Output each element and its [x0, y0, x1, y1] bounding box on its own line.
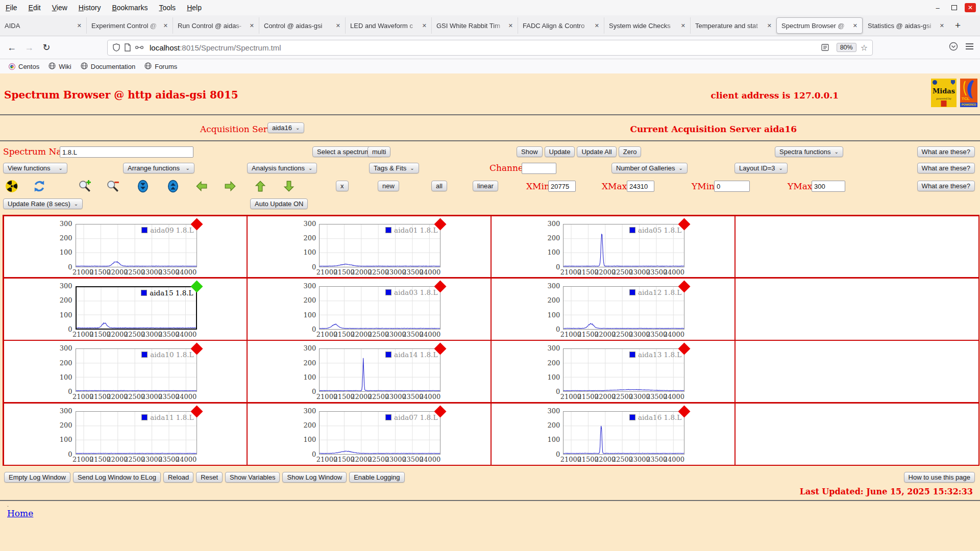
tab-7[interactable]: FADC Align & Contro✕ — [518, 17, 604, 34]
plot-frame[interactable]: aida11 1.8.L — [76, 411, 197, 455]
tab-6[interactable]: GSI White Rabbit Tim✕ — [431, 17, 518, 34]
xmin-input[interactable] — [548, 181, 576, 192]
tab-3[interactable]: Run Control @ aidas-✕ — [173, 17, 259, 34]
arrow-down-icon[interactable] — [282, 180, 296, 193]
url-text[interactable]: localhost:8015/Spectrum/Spectrum.tml — [150, 43, 281, 52]
arrow-up-icon[interactable] — [254, 180, 267, 193]
compress-vertical-icon[interactable] — [136, 180, 150, 193]
plot-frame[interactable]: aida13 1.8.L — [563, 348, 684, 392]
view-functions-dropdown[interactable]: View functions⌄ — [3, 163, 67, 173]
refresh-icon[interactable] — [33, 180, 46, 193]
pocket-icon[interactable] — [949, 42, 958, 53]
forward-button[interactable]: → — [20, 42, 38, 53]
empty-log-window-button[interactable]: Empty Log Window — [4, 472, 70, 483]
tab-close-icon[interactable]: ✕ — [161, 21, 170, 30]
bookmark-centos[interactable]: Centos — [4, 62, 44, 71]
ymax-input[interactable] — [812, 181, 845, 192]
acquisition-server-select[interactable]: aida16⌄ — [267, 122, 304, 133]
menu-help[interactable]: Help — [181, 0, 207, 15]
back-button[interactable]: ← — [3, 42, 20, 53]
plot-frame[interactable]: aida14 1.8.L — [319, 348, 440, 392]
tab-8[interactable]: System wide Checks✕ — [604, 17, 690, 34]
enable-logging-button[interactable]: Enable Logging — [349, 472, 404, 483]
arrow-left-icon[interactable] — [195, 180, 208, 193]
bookmark-documentation[interactable]: Documentation — [76, 61, 140, 72]
bookmark-wiki[interactable]: Wiki — [44, 61, 76, 72]
tab-4[interactable]: Control @ aidas-gsi✕ — [259, 17, 345, 34]
new-tab-button[interactable]: + — [949, 20, 967, 31]
tags-fits-dropdown[interactable]: Tags & Fits⌄ — [369, 163, 419, 173]
reload-button[interactable]: ↻ — [38, 42, 55, 53]
arrow-right-icon[interactable] — [224, 180, 237, 193]
ymin-input[interactable] — [714, 181, 750, 192]
zoom-in-icon[interactable] — [78, 180, 91, 193]
tab-1[interactable]: AIDA✕ — [0, 17, 86, 34]
tab-11[interactable]: Statistics @ aidas-gsi✕ — [863, 17, 949, 34]
plot-frame[interactable]: aida07 1.8.L — [319, 411, 440, 455]
minimize-button[interactable]: – — [932, 3, 943, 12]
arrange-functions-dropdown[interactable]: Arrange functions⌄ — [123, 163, 194, 173]
permissions-icon[interactable] — [135, 44, 144, 51]
show-variables-button[interactable]: Show Variables — [225, 472, 280, 483]
analysis-functions-dropdown[interactable]: Analysis functions⌄ — [247, 163, 317, 173]
menu-edit[interactable]: Edit — [23, 0, 46, 15]
menu-file[interactable]: File — [0, 0, 23, 15]
radiation-icon[interactable] — [5, 180, 18, 193]
reload-button[interactable]: Reload — [163, 472, 193, 483]
url-bar[interactable]: localhost:8015/Spectrum/Spectrum.tml 80%… — [107, 40, 873, 56]
show-button[interactable]: Show — [517, 146, 543, 157]
page-info-icon[interactable] — [124, 43, 131, 52]
tab-close-icon[interactable]: ✕ — [75, 21, 84, 30]
show-log-window-button[interactable]: Show Log Window — [282, 472, 347, 483]
menu-view[interactable]: View — [46, 0, 73, 15]
expand-vertical-icon[interactable] — [166, 180, 180, 193]
plot-frame[interactable]: aida10 1.8.L — [76, 348, 197, 392]
update-all-button[interactable]: Update All — [577, 146, 616, 157]
reader-view-icon[interactable] — [821, 44, 829, 51]
zoom-out-icon[interactable] — [106, 180, 119, 193]
linear-button[interactable]: linear — [473, 181, 498, 191]
tab-close-icon[interactable]: ✕ — [937, 21, 947, 30]
xmax-input[interactable] — [627, 181, 654, 192]
maximize-button[interactable] — [948, 3, 960, 12]
hamburger-menu-icon[interactable] — [965, 43, 974, 52]
shield-icon[interactable] — [112, 43, 120, 52]
tab-9[interactable]: Temperature and stat✕ — [690, 17, 776, 34]
how-to-use-button[interactable]: How to use this page — [904, 472, 975, 483]
zero-button[interactable]: Zero — [619, 146, 642, 157]
plot-frame[interactable]: aida16 1.8.L — [563, 411, 684, 455]
tab-10[interactable]: Spectrum Browser @✕ — [776, 17, 863, 34]
home-link[interactable]: Home — [7, 508, 33, 518]
tab-close-icon[interactable]: ✕ — [850, 21, 860, 30]
plot-frame[interactable]: aida01 1.8.L — [319, 224, 440, 267]
plot-frame[interactable]: aida15 1.8.L — [76, 286, 197, 330]
tab-close-icon[interactable]: ✕ — [678, 21, 688, 30]
spectrum-name-input[interactable] — [60, 146, 193, 158]
menu-bookmarks[interactable]: Bookmarks — [106, 0, 153, 15]
what-are-these-button-2[interactable]: What are these? — [917, 163, 975, 173]
tab-5[interactable]: LED and Waveform c✕ — [345, 17, 431, 34]
send-log-window-to-elog-button[interactable]: Send Log Window to ELog — [73, 472, 161, 483]
close-button[interactable]: ✕ — [965, 3, 976, 12]
x-button[interactable]: x — [336, 181, 349, 191]
number-of-galleries-dropdown[interactable]: Number of Galleries⌄ — [611, 163, 688, 173]
plot-frame[interactable]: aida09 1.8.L — [76, 224, 197, 267]
tab-close-icon[interactable]: ✕ — [420, 21, 429, 30]
new-button[interactable]: new — [378, 181, 399, 191]
what-are-these-button-3[interactable]: What are these? — [917, 181, 975, 191]
plot-frame[interactable]: aida12 1.8.L — [563, 286, 684, 330]
reset-button[interactable]: Reset — [196, 472, 223, 483]
tab-2[interactable]: Experiment Control @✕ — [86, 17, 173, 34]
zoom-level-badge[interactable]: 80% — [837, 43, 856, 52]
update-rate-dropdown[interactable]: Update Rate (8 secs)⌄ — [3, 198, 83, 209]
plot-frame[interactable]: aida05 1.8.L — [563, 224, 684, 267]
bookmark-star-icon[interactable]: ☆ — [861, 43, 868, 53]
auto-update-button[interactable]: Auto Update ON — [250, 198, 308, 209]
spectra-functions-dropdown[interactable]: Spectra functions⌄ — [775, 146, 843, 157]
what-are-these-button-1[interactable]: What are these? — [917, 146, 975, 157]
tab-close-icon[interactable]: ✕ — [592, 21, 602, 30]
channel-input[interactable] — [522, 163, 556, 174]
menu-tools[interactable]: Tools — [153, 0, 181, 15]
all-button[interactable]: all — [431, 181, 447, 191]
tab-close-icon[interactable]: ✕ — [333, 21, 343, 30]
